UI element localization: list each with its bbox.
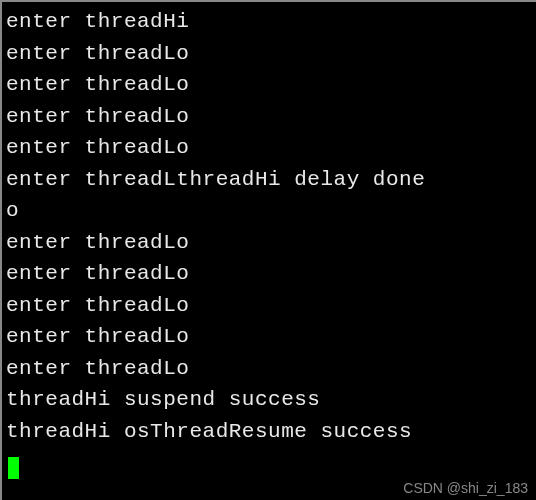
output-line: enter threadLo bbox=[6, 227, 532, 259]
output-line: o bbox=[6, 195, 532, 227]
output-line: enter threadLo bbox=[6, 38, 532, 70]
output-line: enter threadLo bbox=[6, 258, 532, 290]
output-line: enter threadLo bbox=[6, 69, 532, 101]
output-line: enter threadLo bbox=[6, 101, 532, 133]
prompt-line[interactable] bbox=[6, 447, 532, 479]
output-line: enter threadLo bbox=[6, 132, 532, 164]
cursor-icon bbox=[8, 457, 19, 479]
output-line: enter threadLo bbox=[6, 353, 532, 385]
output-line: threadHi osThreadResume success bbox=[6, 416, 532, 448]
output-line: threadHi suspend success bbox=[6, 384, 532, 416]
terminal-output: enter threadHi enter threadLo enter thre… bbox=[2, 2, 536, 479]
output-line: enter threadLo bbox=[6, 290, 532, 322]
output-line: enter threadHi bbox=[6, 6, 532, 38]
watermark: CSDN @shi_zi_183 bbox=[403, 480, 528, 496]
output-line: enter threadLthreadHi delay done bbox=[6, 164, 532, 196]
output-line: enter threadLo bbox=[6, 321, 532, 353]
